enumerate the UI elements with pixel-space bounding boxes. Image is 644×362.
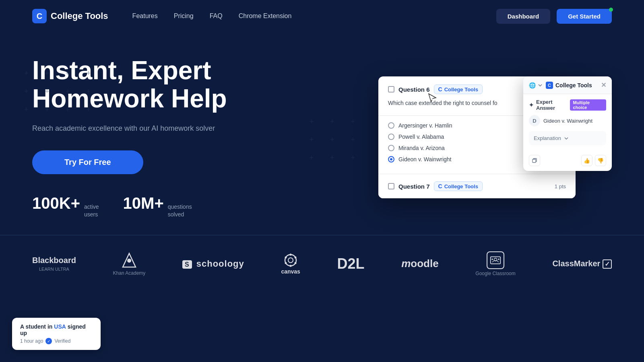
ext-footer: 👍 👎: [523, 155, 612, 171]
svg-point-5: [290, 253, 292, 255]
logo-icon: C: [32, 9, 47, 23]
copy-icon: [532, 158, 537, 163]
toast-highlight: USA: [54, 323, 66, 330]
platform-classmarker: ClassMarker ✓: [552, 259, 612, 268]
stat-questions-number: 10M+: [123, 194, 164, 212]
svg-rect-0: [533, 159, 536, 162]
radio-d: [388, 156, 394, 162]
ext-logo-icon: C: [546, 82, 553, 89]
svg-point-14: [498, 258, 500, 260]
hero-subtitle: Reach academic excellence with our AI ho…: [32, 123, 274, 134]
ext-header-left: 🌐 C College Tools: [529, 82, 592, 89]
q6-label: Question 6: [398, 86, 430, 93]
q6-checkbox[interactable]: [388, 86, 394, 93]
answer-text: Gideon v. Wainwright: [543, 118, 592, 124]
ext-answer-row: D Gideon v. Wainwright: [529, 115, 606, 126]
toast-sub: 1 hour ago ✓ Verified: [20, 338, 93, 344]
platforms-strip: Blackboard LEARN ULTRA Khan Academy S sc…: [0, 235, 644, 292]
radio-c: [388, 145, 394, 151]
nav-features[interactable]: Features: [132, 12, 158, 20]
demo-container: Question 6 C College Tools 1 pts Which c…: [378, 76, 612, 198]
platform-moodle: moodle: [401, 257, 438, 270]
hero-left: Instant, Expert Homework Help Reach acad…: [32, 56, 274, 219]
copy-button[interactable]: [529, 155, 540, 166]
hero-title: Instant, Expert Homework Help: [32, 56, 274, 113]
platform-canvas: canvas: [281, 253, 300, 275]
svg-point-7: [295, 262, 297, 264]
try-for-free-button[interactable]: Try For Free: [32, 150, 143, 174]
nav-actions: Dashboard Get Started: [496, 9, 612, 24]
thumbs-up-icon: 👍: [584, 158, 590, 164]
verified-icon: ✓: [45, 338, 52, 344]
thumbs-up-button[interactable]: 👍: [581, 155, 592, 166]
q6-college-tools-badge: C College Tools: [434, 84, 483, 94]
platform-google-classroom: Google Classroom: [475, 251, 515, 276]
explanation-toggle[interactable]: Explanation: [529, 131, 606, 145]
logo-text: College Tools: [51, 11, 108, 21]
canvas-icon: [283, 253, 298, 267]
ext-expert-label: ✦ Expert Answer: [529, 99, 570, 111]
hero-right: Question 6 C College Tools 1 pts Which c…: [274, 76, 612, 198]
svg-point-2: [127, 259, 131, 263]
svg-point-13: [491, 258, 493, 260]
svg-point-9: [285, 262, 287, 264]
stat-users: 100K+ active users: [32, 194, 99, 219]
svg-point-6: [295, 256, 297, 258]
stat-users-label: active users: [84, 203, 99, 219]
navbar: C College Tools Features Pricing FAQ Chr…: [0, 0, 644, 32]
svg-rect-11: [491, 257, 501, 264]
logo[interactable]: C College Tools: [32, 9, 108, 23]
svg-point-3: [285, 255, 296, 266]
ext-close-button[interactable]: ✕: [601, 81, 606, 89]
khan-academy-icon: [120, 252, 138, 269]
platform-schoology: S schoology: [182, 259, 244, 269]
multiple-choice-badge: Multiple choice: [570, 99, 606, 111]
hero-section: + + + ++ + + ++ + + + + + ++ + ++ + + In…: [0, 32, 644, 235]
sparkle-icon: ✦: [529, 102, 534, 108]
platform-blackboard: Blackboard LEARN ULTRA: [32, 256, 76, 272]
ext-expert-row: ✦ Expert Answer Multiple choice: [529, 99, 606, 111]
radio-a: [388, 122, 394, 129]
dashboard-button[interactable]: Dashboard: [496, 9, 550, 24]
ext-title: C College Tools: [546, 82, 592, 89]
q7-pts: 1 pts: [555, 183, 566, 189]
toast-title: A student in USA signed up: [20, 323, 93, 336]
thumbs-down-button[interactable]: 👎: [595, 155, 606, 166]
extension-popup: 🌐 C College Tools ✕: [523, 76, 612, 171]
nav-faq[interactable]: FAQ: [210, 12, 223, 20]
platform-khan-academy: Khan Academy: [113, 252, 146, 276]
vote-buttons: 👍 👎: [581, 155, 606, 166]
nav-pricing[interactable]: Pricing: [174, 12, 194, 20]
q7-college-tools-badge: C College Tools: [434, 181, 483, 191]
nav-links: Features Pricing FAQ Chrome Extension: [132, 12, 496, 20]
stat-questions: 10M+ questions solved: [123, 194, 192, 219]
ext-body: ✦ Expert Answer Multiple choice D Gideon…: [523, 94, 612, 155]
chevron-down-icon: [538, 83, 543, 88]
q7-label: Question 7: [398, 183, 430, 190]
svg-point-8: [290, 265, 292, 267]
thumbs-down-icon: 👎: [597, 158, 604, 164]
stat-questions-label: questions solved: [168, 203, 192, 219]
radio-b: [388, 134, 394, 140]
nav-chrome-extension[interactable]: Chrome Extension: [239, 12, 292, 20]
ext-header: 🌐 C College Tools ✕: [523, 76, 612, 94]
globe-icon: 🌐: [529, 82, 543, 88]
svg-point-10: [285, 256, 287, 258]
quiz-question-7: Question 7 C College Tools 1 pts: [378, 174, 576, 198]
chevron-down-icon: [564, 136, 569, 141]
toast-notification: A student in USA signed up 1 hour ago ✓ …: [12, 318, 101, 350]
svg-point-4: [288, 258, 293, 263]
notification-dot: [609, 8, 613, 12]
stats: 100K+ active users 10M+ questions solved: [32, 194, 274, 219]
platform-d2l: D2L: [337, 255, 365, 272]
google-classroom-icon: [487, 251, 504, 269]
answer-icon: D: [529, 115, 540, 126]
get-started-button[interactable]: Get Started: [557, 9, 612, 24]
q7-checkbox[interactable]: [388, 183, 394, 189]
stat-users-number: 100K+: [32, 194, 80, 212]
